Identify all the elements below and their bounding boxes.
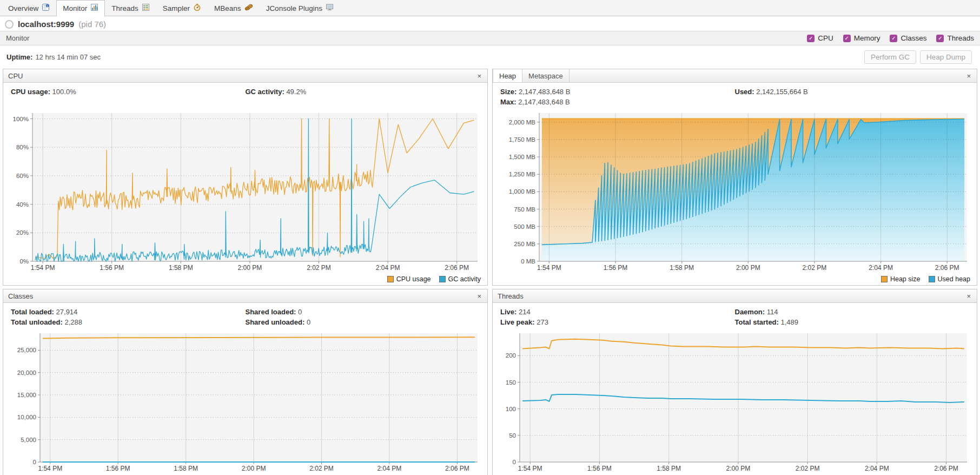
svg-text:750 MB: 750 MB: [514, 206, 535, 213]
tab-jconsole-plugins[interactable]: JConsole Plugins: [260, 0, 340, 16]
legend-item: GC activity: [439, 275, 481, 283]
total-loaded-stat: Total loaded: 27,914: [11, 308, 246, 316]
toggle-memory-label: Memory: [854, 34, 880, 42]
svg-text:2:02 PM: 2:02 PM: [803, 264, 827, 272]
svg-text:1:54 PM: 1:54 PM: [31, 264, 55, 272]
svg-text:0%: 0%: [19, 258, 29, 265]
heap-max-stat: Max: 2,147,483,648 B: [500, 98, 735, 106]
section-title: Monitor: [6, 34, 807, 42]
subtab-heap[interactable]: Heap: [493, 69, 522, 82]
uptime-label: Uptime:: [6, 53, 32, 61]
close-icon[interactable]: ×: [476, 72, 482, 80]
cpu-panel-title: CPU: [8, 72, 23, 80]
toggle-threads[interactable]: ✓ Threads: [936, 34, 974, 42]
close-icon[interactable]: ×: [965, 72, 972, 80]
used-heap-swatch: [929, 276, 935, 282]
cpu-panel: CPU × CPU usage: 100.0% GC activity: 49.…: [3, 69, 488, 286]
classes-panel-title: Classes: [8, 292, 33, 300]
svg-text:1,250 MB: 1,250 MB: [509, 171, 536, 177]
toggle-classes[interactable]: ✓ Classes: [890, 34, 926, 42]
toggle-cpu[interactable]: ✓ CPU: [807, 34, 833, 42]
toggle-cpu-label: CPU: [818, 34, 833, 42]
tab-mbeans[interactable]: MBeans: [208, 0, 260, 16]
document-tabbar: Overview Monitor Threads Sampler MBeans …: [0, 0, 980, 16]
memory-actions: Perform GC Heap Dump: [864, 50, 974, 64]
total-started-stat: Total started: 1,489: [735, 318, 970, 326]
svg-text:1:56 PM: 1:56 PM: [587, 465, 612, 472]
tab-monitor[interactable]: Monitor: [56, 0, 105, 16]
threads-panel-header: Threads ×: [493, 289, 977, 303]
svg-text:2:06 PM: 2:06 PM: [445, 465, 469, 472]
close-icon[interactable]: ×: [965, 292, 972, 300]
svg-text:2:00 PM: 2:00 PM: [242, 465, 266, 472]
shared-unloaded-stat: Shared unloaded: 0: [246, 318, 480, 326]
svg-text:2:00 PM: 2:00 PM: [726, 465, 751, 472]
threads-icon: [142, 3, 150, 13]
svg-text:500 MB: 500 MB: [514, 223, 535, 230]
uptime-value: 12 hrs 14 min 07 sec: [35, 53, 101, 61]
heap-chart: 0 MB250 MB500 MB750 MB1,000 MB1,250 MB1,…: [495, 111, 975, 275]
svg-text:2:04 PM: 2:04 PM: [376, 264, 400, 272]
gc-activity-stat: GC activity: 49.2%: [246, 88, 480, 96]
host-status-icon: [5, 20, 14, 29]
monitor-section-bar: Monitor ✓ CPU ✓ Memory ✓ Classes ✓ Threa…: [0, 31, 980, 45]
svg-text:20,000: 20,000: [17, 370, 36, 376]
svg-text:1:56 PM: 1:56 PM: [100, 264, 124, 272]
toggle-classes-label: Classes: [900, 34, 926, 42]
classes-panel-header: Classes ×: [3, 289, 487, 303]
tab-jconsole-plugins-label: JConsole Plugins: [266, 4, 322, 12]
tab-threads-label: Threads: [111, 4, 138, 12]
sampler-icon: [193, 3, 201, 13]
svg-text:25,000: 25,000: [17, 347, 36, 353]
memory-subtabs: Heap Metaspace: [493, 69, 570, 82]
tab-overview[interactable]: Overview: [2, 0, 56, 16]
uptime-row: Uptime: 12 hrs 14 min 07 sec Perform GC …: [0, 45, 980, 68]
heap-dump-button[interactable]: Heap Dump: [920, 50, 972, 64]
heap-size-swatch: [881, 276, 888, 282]
threads-panel-title: Threads: [498, 292, 524, 300]
svg-text:60%: 60%: [16, 173, 29, 179]
toggle-memory[interactable]: ✓ Memory: [843, 34, 880, 42]
live-peak-stat: Live peak: 273: [500, 318, 735, 326]
tab-overview-label: Overview: [8, 4, 38, 12]
svg-text:1:56 PM: 1:56 PM: [604, 264, 628, 272]
host-name: localhost:9999: [18, 19, 74, 29]
svg-text:100: 100: [506, 406, 516, 412]
close-icon[interactable]: ×: [476, 292, 482, 300]
perform-gc-button[interactable]: Perform GC: [864, 50, 916, 64]
charts-grid: CPU × CPU usage: 100.0% GC activity: 49.…: [0, 68, 980, 475]
legend-item: Heap size: [881, 275, 921, 283]
legend-item: CPU usage: [387, 275, 431, 283]
svg-text:150: 150: [506, 379, 516, 386]
cpu-usage-swatch: [387, 276, 394, 282]
svg-text:100%: 100%: [13, 116, 29, 122]
svg-text:1:58 PM: 1:58 PM: [670, 264, 694, 272]
heap-legend: Heap size Used heap: [493, 275, 977, 285]
svg-text:1,750 MB: 1,750 MB: [509, 136, 536, 143]
threads-panel: Threads × Live: 214 Live peak: 273 Daemo…: [492, 289, 977, 475]
classes-stats: Total loaded: 27,914 Total unloaded: 2,2…: [3, 303, 487, 330]
cpu-panel-header: CPU ×: [3, 69, 487, 83]
cpu-stats: CPU usage: 100.0% GC activity: 49.2%: [3, 83, 487, 110]
svg-text:2:06 PM: 2:06 PM: [445, 264, 469, 272]
threads-chart: 0501001502001:54 PM1:56 PM1:58 PM2:00 PM…: [495, 331, 975, 475]
svg-text:1:54 PM: 1:54 PM: [518, 465, 542, 472]
threads-stats: Live: 214 Live peak: 273 Daemon: 114 Tot…: [493, 303, 977, 330]
chart-toggles: ✓ CPU ✓ Memory ✓ Classes ✓ Threads: [807, 34, 974, 42]
heap-panel: Heap Metaspace × Size: 2,147,483,648 B M…: [492, 69, 977, 286]
tab-threads[interactable]: Threads: [105, 0, 156, 16]
tab-sampler-label: Sampler: [163, 4, 190, 12]
heap-panel-header: Heap Metaspace ×: [493, 69, 977, 83]
heap-size-stat: Size: 2,147,483,648 B: [500, 88, 735, 96]
tab-sampler[interactable]: Sampler: [156, 0, 208, 16]
svg-text:2:06 PM: 2:06 PM: [935, 264, 959, 272]
svg-text:250 MB: 250 MB: [514, 241, 535, 247]
svg-text:1:56 PM: 1:56 PM: [106, 465, 130, 472]
total-unloaded-stat: Total unloaded: 2,288: [11, 318, 246, 326]
tab-mbeans-label: MBeans: [214, 4, 241, 12]
svg-text:2:04 PM: 2:04 PM: [869, 264, 893, 272]
svg-text:5,000: 5,000: [21, 437, 36, 443]
subtab-metaspace[interactable]: Metaspace: [522, 69, 570, 82]
svg-text:50: 50: [509, 432, 516, 439]
svg-text:40%: 40%: [16, 201, 29, 208]
